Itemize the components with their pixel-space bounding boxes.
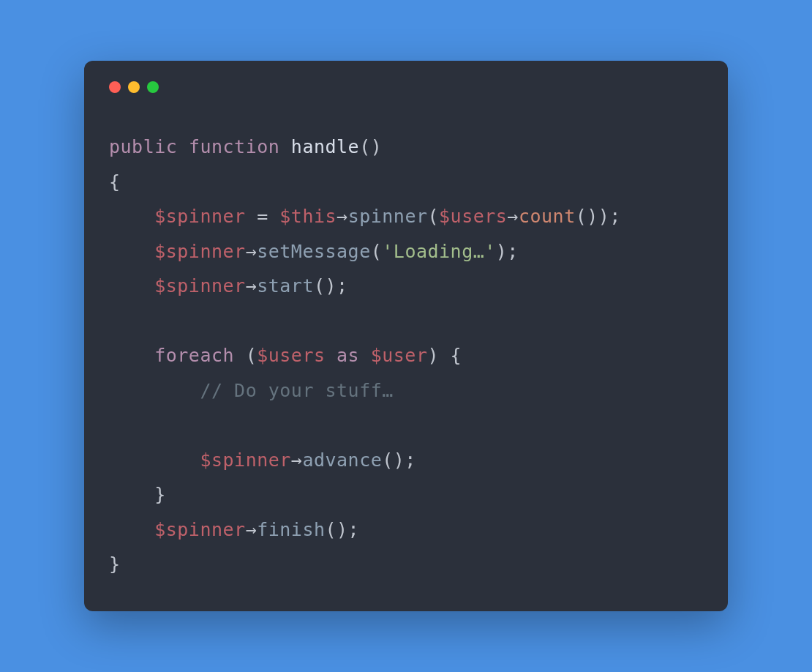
keyword-foreach: foreach <box>154 345 234 366</box>
var-spinner: $spinner <box>154 206 245 227</box>
arrow-icon: → <box>246 519 257 540</box>
method-count: count <box>519 206 576 227</box>
var-users: $users <box>439 206 507 227</box>
method-start: start <box>257 275 314 296</box>
var-users: $users <box>257 345 325 366</box>
paren-close: ()); <box>576 206 621 227</box>
var-spinner: $spinner <box>154 275 245 296</box>
string-loading: 'Loading…' <box>382 241 496 262</box>
method-setmessage: setMessage <box>257 241 371 262</box>
method-finish: finish <box>257 519 325 540</box>
keyword-as: as <box>326 345 371 366</box>
arrow-icon: → <box>337 206 348 227</box>
method-advance: advance <box>302 449 382 471</box>
paren-close: (); <box>382 449 416 471</box>
paren-open: ( <box>371 241 383 262</box>
maximize-icon[interactable] <box>147 81 159 93</box>
var-spinner: $spinner <box>200 449 290 471</box>
arrow-icon: → <box>246 241 257 262</box>
paren-close: ); <box>496 241 519 262</box>
var-spinner: $spinner <box>154 519 245 540</box>
brace-close: } <box>154 484 166 505</box>
arrow-icon: → <box>291 449 303 471</box>
keyword-public: public <box>109 136 177 157</box>
var-user: $user <box>371 345 428 366</box>
paren-close: (); <box>326 519 360 540</box>
close-icon[interactable] <box>109 81 121 93</box>
arrow-icon: → <box>246 275 257 296</box>
function-name: handle <box>291 136 359 157</box>
traffic-lights <box>109 81 703 93</box>
comment: // Do your stuff… <box>200 380 393 401</box>
minimize-icon[interactable] <box>128 81 140 93</box>
arrow-icon: → <box>507 206 519 227</box>
brace-open: { <box>109 171 121 193</box>
var-spinner: $spinner <box>154 241 245 262</box>
paren-open: ( <box>427 206 439 227</box>
var-this: $this <box>279 206 337 227</box>
parens: () <box>359 136 382 157</box>
op-eq: = <box>246 206 280 227</box>
paren-open: ( <box>234 345 257 366</box>
brace-close: } <box>109 553 121 575</box>
paren-close: (); <box>314 275 348 296</box>
code-window: public function handle() { $spinner = $t… <box>84 61 728 611</box>
method-spinner: spinner <box>348 206 428 227</box>
keyword-function: function <box>189 136 279 157</box>
code-block: public function handle() { $spinner = $t… <box>109 130 703 582</box>
paren-close-brace: ) { <box>427 345 462 366</box>
